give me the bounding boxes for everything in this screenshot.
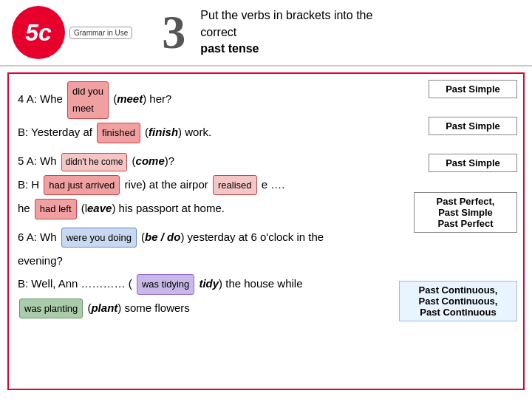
tense-label-1: Past Simple [429, 80, 517, 98]
q5b-middle: rive) at the airpor [124, 178, 208, 191]
q4b-answer[interactable]: finished [97, 123, 140, 143]
q5b-answer3[interactable]: had left [35, 199, 77, 219]
q6b-prefix: B: Well, Ann ………… ( [18, 277, 132, 290]
grammar-badge: Grammar in Use [69, 27, 132, 39]
q4b-prefix: B: Yesterday af [18, 126, 92, 138]
q6a-prefix: 6 A: Wh [18, 231, 57, 243]
q5b-answer1[interactable]: had just arrived [44, 175, 120, 195]
q6b-tidy: tidy) the house while [199, 277, 302, 290]
q5a-verb: (come)? [132, 154, 175, 167]
logo-block: 5c Grammar in Use [12, 6, 132, 59]
q5b-answer2[interactable]: realised [213, 175, 257, 195]
instruction: Put the verbs in brackets into the corre… [200, 7, 372, 57]
instruction-line3: past tense [200, 42, 259, 55]
exercise-area: Past Simple Past Simple Past Simple Past… [7, 72, 525, 390]
q6a-answer[interactable]: were you doing [61, 228, 137, 248]
q6b-answer[interactable]: was tidying [137, 274, 194, 294]
q6b-plant: (plant) some flowers [87, 301, 189, 314]
tense-label-4: Past Perfect, Past Simple Past Perfect [414, 192, 517, 233]
instruction-line1: Put the verbs in brackets into the [200, 9, 372, 21]
q4a-answer[interactable]: did youmeet [67, 81, 109, 119]
q4a-verb: (meet) her? [113, 92, 171, 105]
tense-label-5: Past Continuous, Past Continuous, Past C… [399, 281, 517, 321]
q4a-prefix: 4 A: Whe [18, 92, 63, 105]
q5a-answer[interactable]: didn't he come [61, 153, 128, 172]
exercise-number: 3 [162, 5, 185, 60]
q6a-evening: evening? [18, 254, 63, 267]
q4b-verb: (finish) work. [145, 126, 211, 138]
q5b-line2-suffix: (leave) his passport at home. [81, 202, 225, 214]
tense-label-2: Past Simple [429, 117, 517, 135]
logo-circle: 5c [12, 6, 65, 59]
q6a-line2: evening? [18, 250, 514, 270]
q6b-answer2[interactable]: was planting [19, 299, 83, 318]
q5b-line2-prefix: he [18, 202, 33, 214]
q6a-suffix: (be / do) yesterday at 6 o'clock in the [141, 231, 324, 243]
logo-text: 5c [25, 19, 52, 47]
q5a-prefix: 5 A: Wh [18, 154, 57, 167]
instruction-line2: correct [200, 26, 236, 38]
q5b-prefix: B: H [18, 178, 39, 191]
q5b-suffix: e …. [262, 178, 285, 191]
tense-label-3: Past Simple [429, 154, 517, 172]
header: 5c Grammar in Use 3 Put the verbs in bra… [0, 0, 532, 66]
